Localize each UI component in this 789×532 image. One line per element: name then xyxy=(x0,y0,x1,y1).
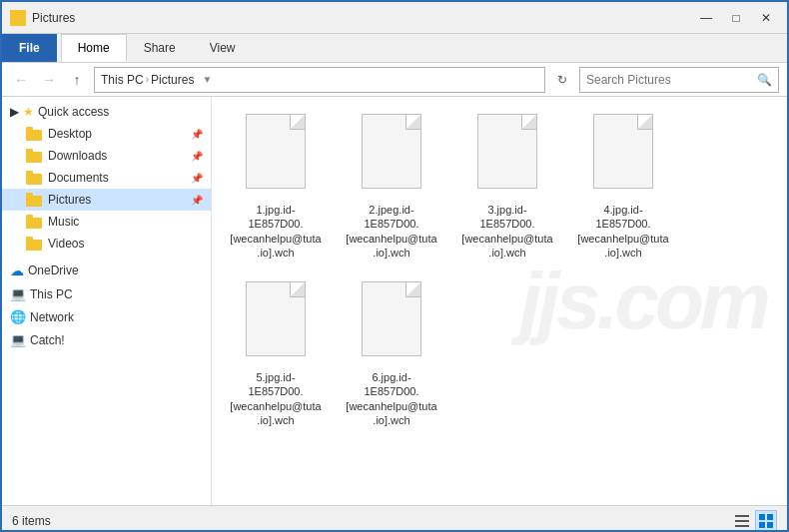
sidebar-item-pictures[interactable]: Pictures 📌 xyxy=(2,189,211,211)
doc-icon-file3 xyxy=(477,114,537,189)
ribbon: File Home Share View xyxy=(2,34,787,63)
file-icon-file1 xyxy=(241,114,311,199)
file-icon-file6 xyxy=(357,281,426,366)
catch-icon: 💻 xyxy=(10,332,26,347)
maximize-button[interactable]: □ xyxy=(723,8,749,28)
star-icon: ★ xyxy=(23,105,34,119)
pin-icon-documents: 📌 xyxy=(191,173,203,184)
back-button[interactable]: ← xyxy=(10,69,32,91)
doc-icon-file1 xyxy=(246,114,306,189)
sidebar-pictures-label: Pictures xyxy=(48,193,91,207)
file-label-file6: 6.jpg.id-1E857D00.[wecanhelpu@tuta.io].w… xyxy=(345,370,438,427)
pictures-folder-icon xyxy=(26,193,42,207)
status-bar: 6 items xyxy=(2,505,787,532)
pin-icon-downloads: 📌 xyxy=(191,151,203,162)
up-button[interactable]: ↑ xyxy=(66,69,88,91)
list-view-button[interactable] xyxy=(731,510,753,532)
large-icon-view-button[interactable] xyxy=(755,510,777,532)
pin-icon-desktop: 📌 xyxy=(191,129,203,140)
file-icon-file2 xyxy=(357,114,426,199)
catch-label: Catch! xyxy=(30,333,65,347)
forward-button[interactable]: → xyxy=(38,69,60,91)
thispc-label: This PC xyxy=(30,287,73,301)
file-label-file4: 4.jpg.id-1E857D00.[wecanhelpu@tuta.io].w… xyxy=(576,203,670,260)
svg-rect-0 xyxy=(735,515,749,517)
pc-icon: 💻 xyxy=(10,286,26,301)
pin-icon-pictures: 📌 xyxy=(191,195,203,206)
sidebar-catch[interactable]: 💻 Catch! xyxy=(2,328,211,351)
file-label-file1: 1.jpg.id-1E857D00.[wecanhelpu@tuta.io].w… xyxy=(229,203,323,260)
sidebar: ▶ ★ Quick access Desktop 📌 Downloads 📌 D… xyxy=(2,97,212,505)
sidebar-network[interactable]: 🌐 Network xyxy=(2,305,211,328)
cloud-icon: ☁ xyxy=(10,263,24,278)
window-title: Pictures xyxy=(32,11,75,25)
doc-icon-file5 xyxy=(246,281,306,356)
file-label-file5: 5.jpg.id-1E857D00.[wecanhelpu@tuta.io].w… xyxy=(229,370,323,427)
file-grid: 1.jpg.id-1E857D00.[wecanhelpu@tuta.io].w… xyxy=(222,107,777,434)
minimize-button[interactable]: — xyxy=(693,8,719,28)
search-icon: 🔍 xyxy=(757,73,772,87)
file-icon-file3 xyxy=(472,114,542,199)
refresh-button[interactable]: ↻ xyxy=(551,69,573,91)
svg-rect-6 xyxy=(767,522,773,528)
breadcrumb-sep1: › xyxy=(146,74,149,85)
quick-access-label: Quick access xyxy=(38,105,109,119)
breadcrumb: This PC › Pictures xyxy=(101,73,194,87)
file-item-file4[interactable]: 4.jpg.id-1E857D00.[wecanhelpu@tuta.io].w… xyxy=(569,107,677,266)
svg-rect-1 xyxy=(735,520,749,522)
videos-folder-icon xyxy=(26,237,42,251)
address-input[interactable]: This PC › Pictures ▼ xyxy=(94,67,545,93)
main-layout: ▶ ★ Quick access Desktop 📌 Downloads 📌 D… xyxy=(2,97,787,505)
sidebar-downloads-label: Downloads xyxy=(48,149,107,163)
file-item-file6[interactable]: 6.jpg.id-1E857D00.[wecanhelpu@tuta.io].w… xyxy=(338,274,445,434)
file-item-file1[interactable]: 1.jpg.id-1E857D00.[wecanhelpu@tuta.io].w… xyxy=(222,107,330,266)
file-label-file2: 2.jpeg.id-1E857D00.[wecanhelpu@tuta.io].… xyxy=(345,203,438,260)
network-icon: 🌐 xyxy=(10,309,26,324)
file-area: jjs.com 1.jpg.id-1E857D00.[wecanhelpu@tu… xyxy=(212,97,787,505)
file-item-file5[interactable]: 5.jpg.id-1E857D00.[wecanhelpu@tuta.io].w… xyxy=(222,274,330,434)
file-label-file3: 3.jpg.id-1E857D00.[wecanhelpu@tuta.io].w… xyxy=(460,203,554,260)
sidebar-videos-label: Videos xyxy=(48,237,84,251)
file-icon-file4 xyxy=(588,114,658,199)
search-box[interactable]: 🔍 xyxy=(579,67,779,93)
tab-file[interactable]: File xyxy=(2,34,57,62)
search-input[interactable] xyxy=(586,73,757,87)
tab-view[interactable]: View xyxy=(193,34,253,62)
sidebar-item-music[interactable]: Music xyxy=(2,211,211,233)
file-item-file2[interactable]: 2.jpeg.id-1E857D00.[wecanhelpu@tuta.io].… xyxy=(338,107,445,266)
desktop-folder-icon xyxy=(26,127,42,141)
sidebar-item-desktop[interactable]: Desktop 📌 xyxy=(2,123,211,145)
music-folder-icon xyxy=(26,215,42,229)
title-bar: Pictures — □ ✕ xyxy=(2,2,787,34)
svg-rect-3 xyxy=(759,514,765,520)
title-bar-controls: — □ ✕ xyxy=(693,8,779,28)
network-label: Network xyxy=(30,310,74,324)
sidebar-onedrive[interactable]: ☁ OneDrive xyxy=(2,259,211,282)
chevron-right-icon: ▶ xyxy=(10,105,19,119)
address-chevron-icon: ▼ xyxy=(202,74,212,85)
sidebar-item-documents[interactable]: Documents 📌 xyxy=(2,167,211,189)
documents-folder-icon xyxy=(26,171,42,185)
tab-share[interactable]: Share xyxy=(127,34,193,62)
quick-access-header[interactable]: ▶ ★ Quick access xyxy=(2,101,211,123)
close-button[interactable]: ✕ xyxy=(753,8,779,28)
onedrive-label: OneDrive xyxy=(28,264,79,277)
breadcrumb-pictures: Pictures xyxy=(151,73,194,87)
sidebar-desktop-label: Desktop xyxy=(48,127,92,141)
item-count: 6 items xyxy=(12,514,51,528)
view-controls xyxy=(731,510,777,532)
sidebar-item-downloads[interactable]: Downloads 📌 xyxy=(2,145,211,167)
file-item-file3[interactable]: 3.jpg.id-1E857D00.[wecanhelpu@tuta.io].w… xyxy=(453,107,561,266)
svg-rect-4 xyxy=(767,514,773,520)
sidebar-item-videos[interactable]: Videos xyxy=(2,233,211,255)
folder-title-icon xyxy=(10,10,26,26)
svg-rect-2 xyxy=(735,525,749,527)
svg-rect-5 xyxy=(759,522,765,528)
sidebar-documents-label: Documents xyxy=(48,171,109,185)
doc-icon-file2 xyxy=(362,114,421,189)
file-icon-file5 xyxy=(241,281,311,366)
downloads-folder-icon xyxy=(26,149,42,163)
sidebar-thispc[interactable]: 💻 This PC xyxy=(2,282,211,305)
ribbon-tabs: File Home Share View xyxy=(2,34,787,62)
tab-home[interactable]: Home xyxy=(61,34,127,62)
